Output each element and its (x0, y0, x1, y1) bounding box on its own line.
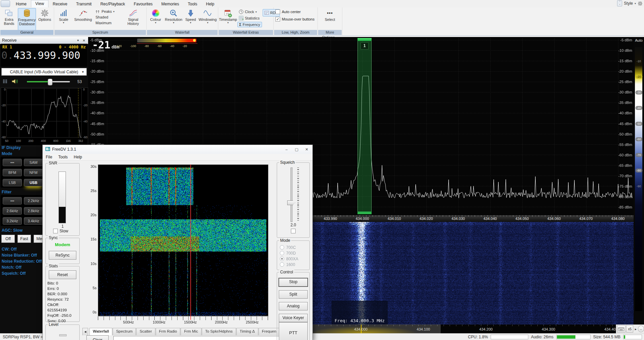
filter-button[interactable]: 2.2kHz (24, 197, 43, 204)
rx-band-region[interactable]: 1 (357, 38, 372, 214)
extra-bands-button[interactable]: Extra Bands (1, 8, 17, 30)
resync-button[interactable]: ReSync (49, 251, 76, 260)
rx-band-bottom-cap[interactable] (357, 212, 372, 214)
tab-scroll-left-icon[interactable]: ◀ (82, 328, 88, 335)
pan-icon[interactable]: ↔ (638, 326, 644, 332)
freedv-tab[interactable]: Timing Δ (236, 328, 258, 335)
control-button[interactable]: Split (279, 290, 308, 299)
mode-button[interactable]: BFM (3, 169, 22, 176)
maximize-icon[interactable]: ▢ (292, 146, 302, 153)
expand-arrow-icon[interactable]: ▸ (634, 326, 637, 332)
menu-item[interactable]: Tools (55, 154, 71, 160)
close-icon[interactable]: ✕ (83, 39, 85, 42)
ribbon-tab[interactable]: Rec/Playback (96, 0, 129, 7)
mode-button[interactable]: USB (24, 179, 43, 186)
speed-button[interactable]: Speed▾ (184, 8, 198, 30)
agc-button[interactable]: Off (1, 235, 15, 243)
mode-button[interactable]: LSB (3, 179, 22, 186)
freedv-tuning-cursor[interactable] (190, 164, 191, 320)
filter-button[interactable]: 3.4kHz (24, 217, 43, 225)
collapse-icon[interactable]: ▼ (77, 39, 79, 42)
volume-slider[interactable] (27, 81, 70, 82)
options-button[interactable]: Options (37, 8, 53, 30)
frequency-button[interactable]: ΣFrequency (237, 22, 262, 27)
mode-radio-700c[interactable]: 700C (280, 245, 298, 250)
freedv-tab[interactable]: Scatter (136, 328, 155, 335)
ribbon-tab[interactable]: Receive (48, 0, 72, 7)
frequency-readout[interactable]: 0.433.999.900 (1, 49, 87, 61)
shaded-button[interactable]: Shaded (94, 15, 123, 20)
minimize-icon[interactable]: – (281, 146, 292, 153)
rx-band-marker[interactable]: 1 (361, 42, 369, 49)
chevron-down-icon[interactable]: ▾ (635, 2, 636, 5)
menu-item[interactable]: File (43, 154, 55, 160)
timestamp-button[interactable]: 15 Timestamp▾ (219, 8, 237, 30)
equalizer-icon[interactable] (3, 79, 8, 85)
ribbon-tab[interactable]: Memories (157, 0, 184, 7)
ribbon-tab[interactable]: Home (11, 0, 31, 7)
spinner-control[interactable]: ⌃⌄ (617, 0, 622, 6)
dsp-toggle[interactable]: Squelch: Off (2, 270, 42, 276)
close-icon[interactable]: ✕ (302, 146, 312, 153)
statistics-button[interactable]: 9Statistics (237, 15, 262, 21)
freedv-waterfall-canvas[interactable] (98, 164, 268, 316)
audio-input-select[interactable]: CABLE Input (VB-Audio Virtual Cable) ▼ (1, 68, 87, 76)
snr-slow-checkbox[interactable]: Slow (53, 229, 68, 233)
freedv-tab[interactable]: Waterfall (89, 328, 112, 335)
speaker-icon[interactable] (11, 79, 19, 85)
squelch-slider-track[interactable] (291, 167, 293, 222)
control-button[interactable]: Stop (278, 278, 308, 287)
scale-button[interactable]: Scale▾ (55, 8, 72, 30)
peaks-button[interactable]: Peaks▾ (94, 9, 123, 14)
auto-center-checkbox[interactable]: Auto center (275, 9, 301, 15)
filter-button[interactable]: ••• (3, 197, 22, 204)
app-menu-button[interactable] (1, 0, 10, 7)
keyboard-icon[interactable] (617, 325, 626, 333)
ribbon-tab[interactable]: Transmit (72, 0, 96, 7)
control-button[interactable]: Analog (279, 302, 308, 310)
select-button[interactable]: ••• Select (320, 8, 339, 30)
style-label[interactable]: Style (624, 1, 633, 6)
auto-range-button[interactable]: Auto (634, 38, 644, 42)
colorbar-gradient[interactable] (635, 47, 642, 311)
mode-radio-700d[interactable]: 700D (280, 251, 298, 256)
freedv-tab[interactable]: Spectrum (113, 328, 136, 335)
gear-icon[interactable] (638, 1, 643, 6)
zoom-factor-button[interactable]: x5 (626, 325, 633, 333)
ribbon-tab[interactable]: Favourites (129, 0, 157, 7)
mode-button[interactable]: SAM (24, 159, 43, 166)
ribbon-tab[interactable]: Tools (184, 0, 202, 7)
reset-button[interactable]: Reset (49, 270, 76, 279)
colour-button[interactable]: Colour▾ (148, 8, 164, 30)
frequency-database-button[interactable]: Frequency Database (18, 8, 36, 30)
dsp-toggle[interactable]: Notch: Off (2, 264, 42, 270)
resolution-button[interactable]: Resolution▾ (164, 8, 183, 30)
filter-button[interactable]: 3.2kHz (3, 217, 22, 225)
freedv-tab[interactable]: To Spkr/Hdphns (202, 328, 236, 335)
menu-item[interactable]: Help (71, 154, 85, 160)
mode-button[interactable]: NFM (24, 169, 43, 176)
mouse-over-buttons-checkbox[interactable]: ✓Mouse-over buttons (275, 16, 315, 22)
smoothing-button[interactable]: Smoothing (73, 8, 93, 30)
rx-band-top-cap[interactable] (357, 38, 372, 41)
mode-radio-800xa[interactable]: 800XA (280, 256, 298, 261)
ptt-button[interactable]: PTT (279, 322, 308, 340)
mode-button[interactable]: ••• (3, 159, 22, 166)
clear-button[interactable]: Clear (86, 335, 109, 340)
agc-button[interactable]: Fast (17, 235, 31, 243)
filter-button[interactable]: 2.6kHz (3, 207, 22, 215)
clock-button[interactable]: Clock▾ (237, 9, 262, 14)
squelch-enable-checkbox[interactable] (291, 229, 296, 233)
freedv-tab[interactable]: Frm Mic (181, 328, 201, 335)
freedv-title-bar[interactable]: FreeDV 1.3.1 – ▢ ✕ (43, 145, 312, 154)
squelch-slider-thumb[interactable] (287, 200, 295, 205)
control-button[interactable]: Voice Keyer (279, 314, 308, 322)
dsp-toggle[interactable]: Noise Blanker: Off (2, 252, 42, 258)
dsp-toggle[interactable]: Noise Reduction: Off (2, 258, 42, 264)
windowing-button[interactable]: Windowing▾ (198, 8, 217, 30)
dsp-toggle[interactable]: CW: Off (2, 246, 42, 252)
freedv-tab[interactable]: Frm Radio (156, 328, 181, 335)
signal-history-button[interactable]: Signal History (124, 8, 143, 30)
ribbon-tab[interactable]: Help (202, 0, 219, 7)
filter-button[interactable]: 2.8kHz (24, 207, 43, 215)
